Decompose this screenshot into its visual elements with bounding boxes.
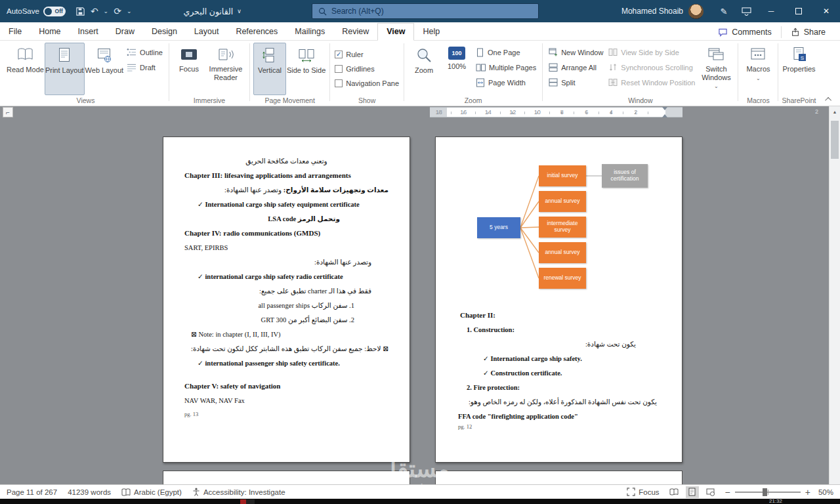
view-side-by-side-icon (608, 48, 618, 56)
minimize-button[interactable]: ─ (757, 0, 785, 22)
zoom-100-button[interactable]: 100 100% (440, 43, 473, 95)
document-page-right[interactable]: 5 years initial survey annual survey int… (435, 136, 682, 463)
scroll-up-arrow-icon[interactable]: ▲ (830, 106, 840, 117)
read-mode-view-button[interactable] (667, 486, 681, 498)
zoom-in-icon[interactable]: + (805, 488, 810, 497)
print-layout-button[interactable]: Print Layout (45, 43, 85, 95)
new-window-label: New Window (561, 49, 603, 56)
tab-stop-selector[interactable]: ⌐ (3, 107, 13, 117)
document-page-left[interactable]: وتعني معدات مكافحة الحريق Chapter III: l… (163, 136, 410, 463)
gridlines-checkbox[interactable]: Gridlines (333, 62, 400, 75)
print-layout-view-button[interactable] (686, 486, 699, 498)
new-window-button[interactable]: New Window (546, 45, 606, 59)
comments-label: Comments (732, 28, 771, 37)
one-page-button[interactable]: One Page (473, 45, 539, 59)
page-number: pg. 13 (182, 411, 391, 417)
focus-button[interactable]: Focus (173, 43, 205, 95)
tab-design[interactable]: Design (143, 24, 186, 40)
immersive-reader-button[interactable]: Immersive Reader (205, 43, 246, 95)
focus-label: Focus (173, 65, 205, 74)
diagram-node-side[interactable]: issues of certification (602, 164, 648, 188)
draw-pen-icon[interactable]: ✎ (713, 0, 735, 22)
macros-button[interactable]: Macros ⌄ (742, 43, 774, 95)
tab-insert[interactable]: Insert (70, 24, 107, 40)
save-icon[interactable] (75, 7, 85, 16)
search-placeholder: Search (Alt+Q) (331, 7, 384, 16)
first-line-indent-marker[interactable] (662, 107, 667, 110)
tab-layout[interactable]: Layout (186, 24, 228, 40)
search-input[interactable]: Search (Alt+Q) (312, 3, 539, 19)
navigation-pane-checkbox[interactable]: Navigation Pane (333, 77, 400, 90)
draft-button[interactable]: Draft (124, 60, 165, 74)
tab-view[interactable]: View (377, 23, 414, 41)
zoom-out-icon[interactable]: − (725, 488, 730, 497)
ribbon: Read Mode Print Layout Web Layout Outlin… (0, 41, 840, 106)
ribbon-display-options-icon[interactable] (735, 0, 757, 22)
properties-icon: S (791, 47, 808, 62)
arrange-all-button[interactable]: Arrange All (546, 60, 606, 74)
zoom-slider-track[interactable] (735, 492, 801, 493)
diagram-node[interactable]: intermediate survey (539, 217, 586, 238)
diagram-node[interactable]: annual survey (539, 191, 586, 212)
group-label-views: Views (3, 96, 169, 104)
diagram-node[interactable]: renewal survey (539, 268, 586, 289)
diagram-node[interactable]: annual survey (539, 242, 586, 263)
multiple-pages-button[interactable]: Multiple Pages (473, 60, 539, 74)
tab-home[interactable]: Home (30, 24, 69, 40)
undo-icon[interactable]: ↶ (91, 7, 98, 16)
doc-line: Chapter IV: radio communications (GMDS) (182, 229, 391, 238)
share-button[interactable]: Share (784, 26, 832, 39)
hanging-indent-marker[interactable] (662, 114, 667, 117)
vertical-button[interactable]: Vertical (253, 43, 286, 95)
document-title[interactable]: القانون البحري ∨ (183, 7, 241, 16)
page-width-button[interactable]: Page Width (473, 75, 539, 89)
split-button[interactable]: Split (546, 75, 606, 89)
outline-button[interactable]: Outline (124, 45, 165, 59)
zoom-percentage[interactable]: 50% (818, 488, 833, 496)
doc-line: Chapter V: safety of navigation (182, 382, 391, 390)
ruler-checkbox[interactable]: ✓ Ruler (333, 48, 400, 61)
word-count[interactable]: 41239 words (68, 488, 111, 496)
avatar[interactable] (688, 4, 704, 19)
customize-quick-access-icon[interactable]: ⌄ (127, 9, 132, 14)
survey-diagram: 5 years initial survey annual survey int… (461, 159, 658, 297)
read-mode-button[interactable]: Read Mode (6, 43, 45, 95)
checkbox-icon (335, 65, 343, 73)
tab-file[interactable]: File (0, 24, 30, 40)
tab-mailings[interactable]: Mailings (286, 24, 333, 40)
ribbon-group-immersive: Focus Immersive Reader Immersive (169, 41, 249, 106)
comments-button[interactable]: Comments (711, 26, 778, 39)
tab-help[interactable]: Help (414, 24, 448, 40)
user-name[interactable]: Mohamed Shoaib (621, 7, 683, 16)
doc-line: SART, EPIRBS (182, 243, 391, 252)
vertical-scrollbar[interactable]: ▲ (829, 106, 840, 484)
zoom-slider-thumb[interactable] (763, 488, 767, 496)
close-button[interactable]: ✕ (812, 0, 840, 22)
page-number: pg. 12 (455, 423, 662, 430)
autosave-switch[interactable]: Off (43, 7, 66, 16)
web-layout-button[interactable]: Web Layout (85, 43, 125, 95)
scrollbar-thumb[interactable] (831, 121, 839, 159)
maximize-button[interactable] (785, 0, 812, 22)
taskbar-app-icon[interactable] (240, 499, 255, 504)
diagram-node[interactable]: initial survey (539, 165, 586, 186)
redo-icon[interactable]: ⟳ (114, 7, 121, 16)
tab-draw[interactable]: Draw (107, 24, 143, 40)
accessibility-status[interactable]: Accessibility: Investigate (192, 488, 285, 496)
side-to-side-button[interactable]: Side to Side (286, 43, 326, 95)
proofing-status[interactable]: Arabic (Egypt) (121, 488, 182, 496)
focus-mode-button[interactable]: Focus (627, 488, 659, 496)
tab-references[interactable]: References (227, 24, 286, 40)
autosave-toggle[interactable]: AutoSave Off (7, 7, 66, 16)
collapse-ribbon-button[interactable] (824, 95, 833, 103)
tab-review[interactable]: Review (333, 24, 377, 40)
taskbar-sliver: 21:32 (0, 499, 840, 504)
page-indicator[interactable]: Page 11 of 267 (7, 488, 57, 496)
switch-windows-button[interactable]: Switch Windows ⌄ (698, 43, 734, 95)
undo-dropdown-icon[interactable]: ⌄ (104, 9, 109, 14)
diagram-node-root[interactable]: 5 years (477, 217, 520, 238)
web-layout-view-button[interactable] (704, 486, 717, 498)
properties-button[interactable]: S Properties (782, 43, 816, 95)
zoom-slider[interactable]: − + (725, 488, 810, 497)
zoom-button[interactable]: Zoom (408, 43, 440, 95)
